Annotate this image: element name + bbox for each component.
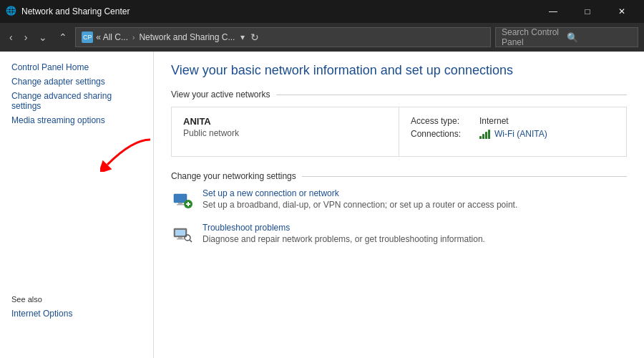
network-left: ANITA Public network — [172, 107, 399, 156]
new-connection-desc: Set up a broadband, dial-up, or VPN conn… — [203, 200, 517, 210]
troubleshoot-text: Troubleshoot problems Diagnose and repai… — [203, 223, 485, 244]
network-right: Access type: Internet Connections: Wi-Fi… — [399, 107, 626, 156]
sidebar-item-advanced-sharing[interactable]: Change advanced sharing settings — [0, 89, 153, 113]
connections-row: Connections: Wi-Fi (ANITA) — [411, 129, 615, 139]
setting-new-connection: Set up a new connection or network Set u… — [171, 188, 627, 211]
new-connection-icon — [171, 188, 194, 211]
address-box[interactable]: CP « All C... › Network and Sharing C...… — [75, 27, 491, 47]
forward-button[interactable]: › — [21, 29, 31, 46]
networking-settings-label: Change your networking settings — [171, 171, 627, 181]
window-controls: — □ ✕ — [537, 0, 638, 23]
content-area: View your basic network information and … — [154, 52, 644, 358]
wifi-connection-link[interactable]: Wi-Fi (ANITA) — [494, 129, 547, 139]
window-title: Network and Sharing Center — [21, 6, 537, 16]
minimize-button[interactable]: — — [537, 0, 570, 23]
network-type: Public network — [183, 128, 387, 138]
maximize-button[interactable]: □ — [571, 0, 604, 23]
sidebar-item-control-panel-home[interactable]: Control Panel Home — [0, 60, 153, 74]
title-bar: 🌐 Network and Sharing Center — □ ✕ — [0, 0, 644, 23]
svg-rect-9 — [177, 238, 184, 240]
main-layout: Control Panel Home Change adapter settin… — [0, 52, 644, 358]
back-button[interactable]: ‹ — [6, 29, 16, 46]
address-dropdown-button[interactable]: ▾ — [240, 32, 245, 42]
setting-troubleshoot: Troubleshoot problems Diagnose and repai… — [171, 223, 627, 246]
troubleshoot-link[interactable]: Troubleshoot problems — [203, 223, 485, 233]
svg-rect-8 — [178, 237, 182, 238]
svg-rect-2 — [177, 204, 184, 205]
wifi-icon — [479, 130, 490, 139]
sidebar-item-media-streaming[interactable]: Media streaming options — [0, 113, 153, 127]
network-card: ANITA Public network Access type: Intern… — [171, 107, 627, 157]
new-connection-link[interactable]: Set up a new connection or network — [203, 188, 517, 198]
up-button[interactable]: ⌃ — [55, 29, 71, 46]
access-type-label: Access type: — [411, 116, 475, 126]
svg-rect-7 — [175, 230, 185, 236]
svg-point-10 — [185, 235, 190, 241]
svg-rect-0 — [174, 194, 187, 203]
search-box[interactable]: Search Control Panel 🔍 — [495, 27, 638, 47]
troubleshoot-desc: Diagnose and repair network problems, or… — [203, 234, 485, 244]
see-also-label: See also — [0, 284, 154, 306]
connections-label: Connections: — [411, 129, 475, 139]
address-part1: « All C... — [96, 32, 128, 42]
close-button[interactable]: ✕ — [605, 0, 638, 23]
new-connection-text: Set up a new connection or network Set u… — [203, 188, 517, 210]
sidebar: Control Panel Home Change adapter settin… — [0, 52, 154, 358]
cp-icon: CP — [82, 32, 93, 43]
app-icon: 🌐 — [6, 6, 17, 17]
address-chevron1: › — [132, 34, 135, 42]
access-type-row: Access type: Internet — [411, 116, 615, 126]
page-title: View your basic network information and … — [171, 63, 627, 78]
search-icon: 🔍 — [567, 32, 632, 43]
svg-rect-1 — [178, 203, 182, 204]
address-bar: ‹ › ⌄ ⌃ CP « All C... › Network and Shar… — [0, 23, 644, 52]
access-type-value: Internet — [479, 116, 509, 126]
nav-dropdown-button[interactable]: ⌄ — [35, 29, 51, 46]
sidebar-item-internet-options[interactable]: Internet Options — [0, 306, 154, 321]
refresh-button[interactable]: ↻ — [250, 32, 259, 43]
sidebar-item-adapter-settings[interactable]: Change adapter settings — [0, 74, 153, 89]
svg-line-11 — [190, 240, 192, 242]
active-networks-label: View your active networks — [171, 90, 627, 100]
search-placeholder: Search Control Panel — [502, 27, 567, 47]
network-name: ANITA — [183, 116, 387, 127]
troubleshoot-icon — [171, 223, 194, 246]
address-part2: Network and Sharing C... — [139, 32, 235, 42]
